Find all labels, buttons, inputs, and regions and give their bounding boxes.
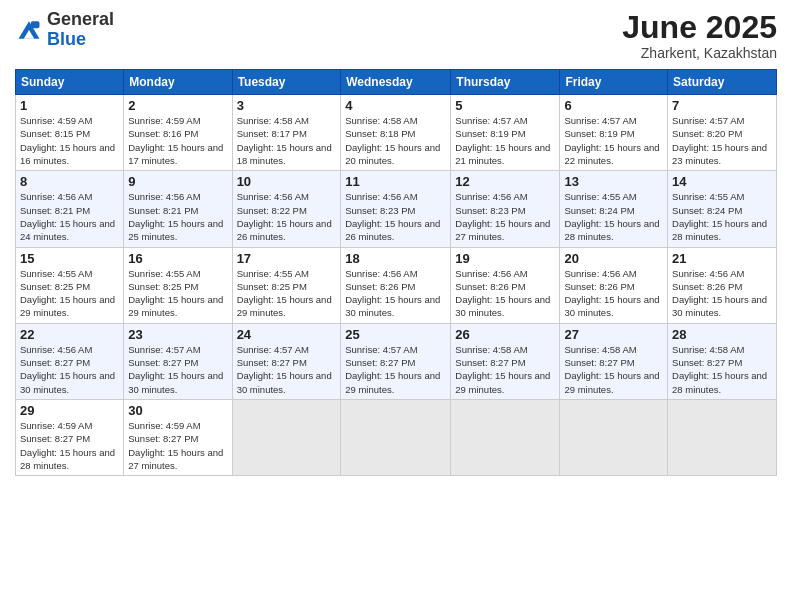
day-info: Sunrise: 4:58 AMSunset: 8:27 PMDaylight:… <box>455 343 555 396</box>
day-info: Sunrise: 4:56 AMSunset: 8:26 PMDaylight:… <box>345 267 446 320</box>
calendar-cell: 27Sunrise: 4:58 AMSunset: 8:27 PMDayligh… <box>560 323 668 399</box>
day-number: 20 <box>564 251 663 266</box>
calendar-cell: 13Sunrise: 4:55 AMSunset: 8:24 PMDayligh… <box>560 171 668 247</box>
day-number: 25 <box>345 327 446 342</box>
day-info: Sunrise: 4:58 AMSunset: 8:17 PMDaylight:… <box>237 114 337 167</box>
day-info: Sunrise: 4:55 AMSunset: 8:24 PMDaylight:… <box>564 190 663 243</box>
day-info: Sunrise: 4:56 AMSunset: 8:27 PMDaylight:… <box>20 343 119 396</box>
day-number: 16 <box>128 251 227 266</box>
day-number: 13 <box>564 174 663 189</box>
weekday-header-wednesday: Wednesday <box>341 70 451 95</box>
calendar: SundayMondayTuesdayWednesdayThursdayFrid… <box>15 69 777 476</box>
day-info: Sunrise: 4:58 AMSunset: 8:27 PMDaylight:… <box>564 343 663 396</box>
calendar-cell <box>668 399 777 475</box>
calendar-cell: 5Sunrise: 4:57 AMSunset: 8:19 PMDaylight… <box>451 95 560 171</box>
weekday-header-tuesday: Tuesday <box>232 70 341 95</box>
calendar-week-row: 1Sunrise: 4:59 AMSunset: 8:15 PMDaylight… <box>16 95 777 171</box>
calendar-cell <box>232 399 341 475</box>
day-info: Sunrise: 4:56 AMSunset: 8:26 PMDaylight:… <box>564 267 663 320</box>
day-number: 21 <box>672 251 772 266</box>
calendar-cell: 19Sunrise: 4:56 AMSunset: 8:26 PMDayligh… <box>451 247 560 323</box>
day-number: 5 <box>455 98 555 113</box>
calendar-cell: 22Sunrise: 4:56 AMSunset: 8:27 PMDayligh… <box>16 323 124 399</box>
calendar-cell: 20Sunrise: 4:56 AMSunset: 8:26 PMDayligh… <box>560 247 668 323</box>
calendar-cell: 6Sunrise: 4:57 AMSunset: 8:19 PMDaylight… <box>560 95 668 171</box>
calendar-cell: 1Sunrise: 4:59 AMSunset: 8:15 PMDaylight… <box>16 95 124 171</box>
calendar-week-row: 8Sunrise: 4:56 AMSunset: 8:21 PMDaylight… <box>16 171 777 247</box>
day-number: 7 <box>672 98 772 113</box>
calendar-cell: 26Sunrise: 4:58 AMSunset: 8:27 PMDayligh… <box>451 323 560 399</box>
calendar-cell: 7Sunrise: 4:57 AMSunset: 8:20 PMDaylight… <box>668 95 777 171</box>
day-number: 9 <box>128 174 227 189</box>
logo-icon <box>15 16 43 44</box>
day-info: Sunrise: 4:59 AMSunset: 8:27 PMDaylight:… <box>20 419 119 472</box>
calendar-cell <box>451 399 560 475</box>
calendar-cell: 24Sunrise: 4:57 AMSunset: 8:27 PMDayligh… <box>232 323 341 399</box>
day-number: 29 <box>20 403 119 418</box>
calendar-cell: 14Sunrise: 4:55 AMSunset: 8:24 PMDayligh… <box>668 171 777 247</box>
day-number: 11 <box>345 174 446 189</box>
calendar-cell: 29Sunrise: 4:59 AMSunset: 8:27 PMDayligh… <box>16 399 124 475</box>
day-info: Sunrise: 4:56 AMSunset: 8:26 PMDaylight:… <box>672 267 772 320</box>
calendar-cell: 15Sunrise: 4:55 AMSunset: 8:25 PMDayligh… <box>16 247 124 323</box>
day-number: 15 <box>20 251 119 266</box>
day-info: Sunrise: 4:56 AMSunset: 8:23 PMDaylight:… <box>345 190 446 243</box>
day-number: 24 <box>237 327 337 342</box>
title-block: June 2025 Zharkent, Kazakhstan <box>622 10 777 61</box>
day-number: 2 <box>128 98 227 113</box>
weekday-header-friday: Friday <box>560 70 668 95</box>
day-number: 28 <box>672 327 772 342</box>
day-number: 17 <box>237 251 337 266</box>
day-info: Sunrise: 4:57 AMSunset: 8:27 PMDaylight:… <box>345 343 446 396</box>
day-info: Sunrise: 4:58 AMSunset: 8:18 PMDaylight:… <box>345 114 446 167</box>
day-info: Sunrise: 4:56 AMSunset: 8:21 PMDaylight:… <box>20 190 119 243</box>
day-number: 8 <box>20 174 119 189</box>
logo-general-text: General <box>47 9 114 29</box>
calendar-cell: 18Sunrise: 4:56 AMSunset: 8:26 PMDayligh… <box>341 247 451 323</box>
day-number: 23 <box>128 327 227 342</box>
calendar-cell: 21Sunrise: 4:56 AMSunset: 8:26 PMDayligh… <box>668 247 777 323</box>
calendar-body: 1Sunrise: 4:59 AMSunset: 8:15 PMDaylight… <box>16 95 777 476</box>
calendar-cell: 12Sunrise: 4:56 AMSunset: 8:23 PMDayligh… <box>451 171 560 247</box>
calendar-cell: 28Sunrise: 4:58 AMSunset: 8:27 PMDayligh… <box>668 323 777 399</box>
page: General Blue June 2025 Zharkent, Kazakhs… <box>0 0 792 612</box>
logo: General Blue <box>15 10 114 50</box>
logo-blue-text: Blue <box>47 29 86 49</box>
day-number: 18 <box>345 251 446 266</box>
calendar-cell: 17Sunrise: 4:55 AMSunset: 8:25 PMDayligh… <box>232 247 341 323</box>
calendar-cell: 8Sunrise: 4:56 AMSunset: 8:21 PMDaylight… <box>16 171 124 247</box>
calendar-cell: 30Sunrise: 4:59 AMSunset: 8:27 PMDayligh… <box>124 399 232 475</box>
day-number: 1 <box>20 98 119 113</box>
day-number: 14 <box>672 174 772 189</box>
calendar-week-row: 29Sunrise: 4:59 AMSunset: 8:27 PMDayligh… <box>16 399 777 475</box>
calendar-cell: 25Sunrise: 4:57 AMSunset: 8:27 PMDayligh… <box>341 323 451 399</box>
calendar-cell <box>341 399 451 475</box>
day-info: Sunrise: 4:59 AMSunset: 8:15 PMDaylight:… <box>20 114 119 167</box>
weekday-header-thursday: Thursday <box>451 70 560 95</box>
calendar-week-row: 15Sunrise: 4:55 AMSunset: 8:25 PMDayligh… <box>16 247 777 323</box>
day-info: Sunrise: 4:55 AMSunset: 8:25 PMDaylight:… <box>128 267 227 320</box>
calendar-cell: 9Sunrise: 4:56 AMSunset: 8:21 PMDaylight… <box>124 171 232 247</box>
day-number: 10 <box>237 174 337 189</box>
calendar-cell <box>560 399 668 475</box>
day-info: Sunrise: 4:56 AMSunset: 8:26 PMDaylight:… <box>455 267 555 320</box>
calendar-cell: 16Sunrise: 4:55 AMSunset: 8:25 PMDayligh… <box>124 247 232 323</box>
day-info: Sunrise: 4:57 AMSunset: 8:27 PMDaylight:… <box>237 343 337 396</box>
calendar-cell: 3Sunrise: 4:58 AMSunset: 8:17 PMDaylight… <box>232 95 341 171</box>
calendar-cell: 10Sunrise: 4:56 AMSunset: 8:22 PMDayligh… <box>232 171 341 247</box>
day-number: 19 <box>455 251 555 266</box>
weekday-header-saturday: Saturday <box>668 70 777 95</box>
svg-rect-2 <box>31 21 40 28</box>
day-info: Sunrise: 4:59 AMSunset: 8:16 PMDaylight:… <box>128 114 227 167</box>
day-info: Sunrise: 4:56 AMSunset: 8:21 PMDaylight:… <box>128 190 227 243</box>
day-number: 6 <box>564 98 663 113</box>
weekday-header-monday: Monday <box>124 70 232 95</box>
calendar-cell: 4Sunrise: 4:58 AMSunset: 8:18 PMDaylight… <box>341 95 451 171</box>
calendar-cell: 23Sunrise: 4:57 AMSunset: 8:27 PMDayligh… <box>124 323 232 399</box>
header: General Blue June 2025 Zharkent, Kazakhs… <box>15 10 777 61</box>
logo-text: General Blue <box>47 10 114 50</box>
day-number: 27 <box>564 327 663 342</box>
day-info: Sunrise: 4:59 AMSunset: 8:27 PMDaylight:… <box>128 419 227 472</box>
day-info: Sunrise: 4:55 AMSunset: 8:25 PMDaylight:… <box>237 267 337 320</box>
day-info: Sunrise: 4:58 AMSunset: 8:27 PMDaylight:… <box>672 343 772 396</box>
